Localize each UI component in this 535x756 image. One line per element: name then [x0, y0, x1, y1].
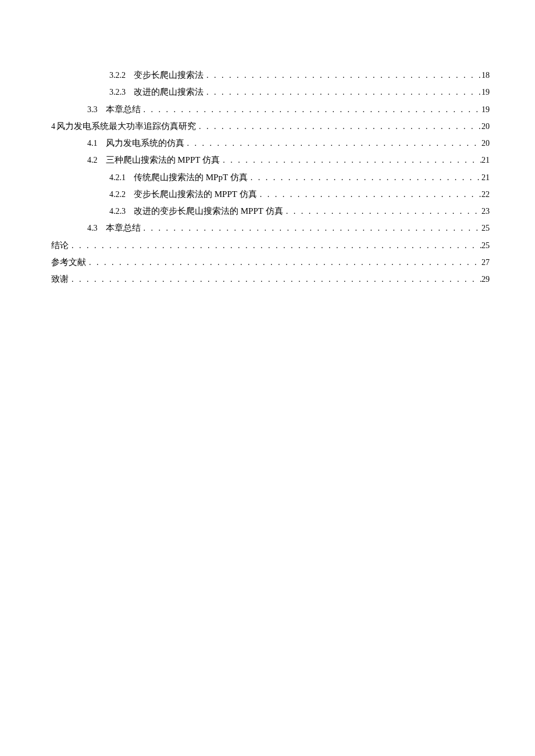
toc-entry: 3.2.2 变步长爬山搜索法 . . . . . . . . . . . . .…: [51, 67, 490, 84]
toc-entry: 3.2.3 改进的爬山搜索法 . . . . . . . . . . . . .…: [51, 84, 490, 101]
toc-leader-dots: . . . . . . . . . . . . . . . . . . . . …: [87, 255, 482, 270]
toc-leader-dots: . . . . . . . . . . . . . . . . . . . . …: [221, 152, 482, 168]
toc-entry: 4.1 风力发电系统的仿真 . . . . . . . . . . . . . …: [51, 135, 490, 152]
toc-leader-dots: . . . . . . . . . . . . . . . . . . . . …: [205, 84, 482, 100]
toc-entry: 4.2 三种爬山搜索法的 MPPT 仿真 . . . . . . . . . .…: [51, 152, 490, 169]
toc-number: 4: [51, 119, 56, 134]
toc-leader-dots: . . . . . . . . . . . . . . . . . . . . …: [142, 102, 482, 117]
toc-title: 改进的爬山搜索法: [134, 84, 205, 101]
toc-leader-dots: . . . . . . . . . . . . . . . . . . . . …: [249, 170, 482, 185]
toc-page-number: 20: [482, 135, 490, 151]
toc-title: 风力发电系统最大功率追踪仿真研究: [56, 118, 197, 135]
toc-title: 参考文献: [51, 254, 87, 271]
toc-number: 3.3: [87, 102, 106, 117]
toc-entry: 4 风力发电系统最大功率追踪仿真研究 . . . . . . . . . . .…: [51, 118, 490, 135]
toc-page-number: 19: [482, 84, 490, 100]
toc-title: 风力发电系统的仿真: [106, 135, 186, 152]
toc-entry: 结论 . . . . . . . . . . . . . . . . . . .…: [51, 237, 490, 254]
toc-number: 4.1: [87, 135, 106, 151]
toc-leader-dots: . . . . . . . . . . . . . . . . . . . . …: [70, 238, 482, 253]
toc-title: 传统爬山搜索法的 MPpT 仿真: [134, 169, 249, 186]
toc-page-number: 23: [482, 203, 490, 219]
toc-number: 4.2.3: [109, 203, 134, 219]
toc-number: 4.3: [87, 220, 106, 236]
toc-number: 3.2.3: [109, 84, 134, 100]
toc-entry: 4.2.1 传统爬山搜索法的 MPpT 仿真 . . . . . . . . .…: [51, 169, 490, 186]
toc-page-number: 21: [482, 152, 490, 168]
toc-entry: 3.3 本章总结 . . . . . . . . . . . . . . . .…: [51, 101, 490, 118]
toc-page-number: 20: [482, 119, 490, 134]
toc-leader-dots: . . . . . . . . . . . . . . . . . . . . …: [186, 135, 482, 151]
toc-page-number: 18: [482, 67, 490, 83]
toc-entry: 致谢 . . . . . . . . . . . . . . . . . . .…: [51, 271, 490, 288]
toc-title: 变步长爬山搜索法: [134, 67, 205, 84]
toc-entry: 4.2.2 变步长爬山搜索法的 MPPT 仿真 . . . . . . . . …: [51, 186, 490, 203]
toc-title: 本章总结: [106, 220, 142, 237]
toc-number: 4.2.1: [109, 170, 134, 185]
toc-entry: 参考文献 . . . . . . . . . . . . . . . . . .…: [51, 254, 490, 271]
toc-leader-dots: . . . . . . . . . . . . . . . . . . . . …: [197, 119, 482, 134]
toc-title: 三种爬山搜索法的 MPPT 仿真: [106, 152, 222, 169]
toc-title: 本章总结: [106, 101, 142, 118]
toc-page-number: 21: [482, 170, 490, 185]
toc-leader-dots: . . . . . . . . . . . . . . . . . . . . …: [142, 220, 482, 236]
toc-page-number: 22: [482, 187, 490, 202]
toc-page-number: 29: [482, 271, 490, 287]
toc-leader-dots: . . . . . . . . . . . . . . . . . . . . …: [205, 67, 482, 83]
toc-leader-dots: . . . . . . . . . . . . . . . . . . . . …: [284, 203, 482, 219]
toc-entry: 4.3 本章总结 . . . . . . . . . . . . . . . .…: [51, 220, 490, 237]
toc-page-number: 27: [482, 255, 490, 270]
toc-title: 致谢: [51, 271, 70, 288]
toc-number: 3.2.2: [109, 67, 134, 83]
toc-title: 改进的变步长爬山搜索法的 MPPT 仿真: [134, 203, 284, 220]
toc-title: 结论: [51, 237, 70, 254]
toc-title: 变步长爬山搜索法的 MPPT 仿真: [134, 186, 258, 203]
toc-number: 4.2: [87, 152, 106, 168]
toc-number: 4.2.2: [109, 187, 134, 202]
toc-page-number: 25: [482, 220, 490, 236]
toc-leader-dots: . . . . . . . . . . . . . . . . . . . . …: [70, 271, 482, 287]
table-of-contents: 3.2.2 变步长爬山搜索法 . . . . . . . . . . . . .…: [51, 67, 490, 288]
toc-entry: 4.2.3 改进的变步长爬山搜索法的 MPPT 仿真 . . . . . . .…: [51, 203, 490, 220]
toc-leader-dots: . . . . . . . . . . . . . . . . . . . . …: [258, 187, 482, 202]
toc-page-number: 19: [482, 102, 490, 117]
toc-page-number: 25: [482, 238, 490, 253]
